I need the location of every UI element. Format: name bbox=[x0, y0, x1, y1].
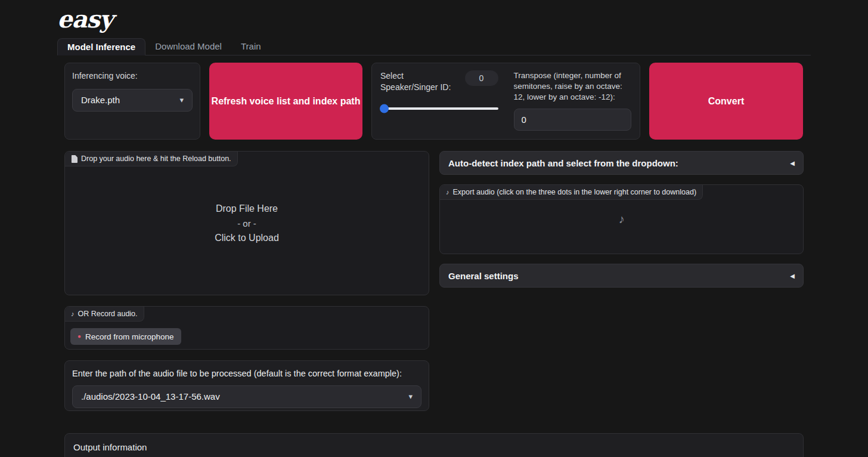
tab-download-model[interactable]: Download Model bbox=[145, 38, 231, 55]
export-audio-player: ♪ Export audio (click on the three dots … bbox=[439, 184, 804, 254]
record-from-microphone-button[interactable]: ● Record from microphone bbox=[70, 328, 181, 345]
audio-path-dropdown[interactable]: ./audios/2023-10-04_13-17-56.wav ▾ bbox=[72, 385, 421, 408]
click-to-upload-text: Click to Upload bbox=[215, 233, 279, 243]
file-icon bbox=[71, 155, 78, 163]
app-logo: easy bbox=[57, 0, 811, 38]
index-path-accordion-label: Auto-detect index path and select from t… bbox=[448, 158, 678, 168]
audio-dropzone[interactable]: Drop your audio here & hit the Reload bu… bbox=[64, 151, 429, 295]
right-column: Auto-detect index path and select from t… bbox=[439, 151, 804, 288]
speaker-id-section: Select Speaker/Singer ID: 0 bbox=[380, 70, 498, 132]
general-settings-accordion[interactable]: General settings ◀ bbox=[439, 264, 804, 288]
convert-button[interactable]: Convert bbox=[649, 63, 803, 140]
record-button-label: Record from microphone bbox=[85, 332, 174, 341]
transpose-label: Transpose (integer, number of semitones,… bbox=[514, 70, 632, 103]
index-path-accordion[interactable]: Auto-detect index path and select from t… bbox=[439, 151, 804, 175]
audio-dropzone-tag-text: Drop your audio here & hit the Reload bu… bbox=[81, 155, 231, 163]
chevron-down-icon: ▾ bbox=[179, 95, 184, 104]
tab-train[interactable]: Train bbox=[231, 38, 271, 55]
transpose-input[interactable] bbox=[514, 109, 632, 131]
record-dot-icon: ● bbox=[78, 334, 81, 339]
left-column: Drop your audio here & hit the Reload bu… bbox=[64, 151, 429, 411]
speaker-transpose-panel: Select Speaker/Singer ID: 0 Transpose (i… bbox=[371, 63, 640, 140]
drop-or-text: - or - bbox=[237, 218, 256, 229]
app-root: easy Model Inference Download Model Trai… bbox=[0, 0, 868, 457]
audio-path-label: Enter the path of the audio file to be p… bbox=[72, 368, 421, 380]
record-audio-panel: ♪ OR Record audio. ● Record from microph… bbox=[64, 306, 429, 350]
drop-file-here-text: Drop File Here bbox=[216, 203, 278, 214]
general-settings-accordion-label: General settings bbox=[448, 271, 519, 281]
export-audio-tag: ♪ Export audio (click on the three dots … bbox=[440, 185, 703, 200]
dropzone-instructions[interactable]: Drop File Here - or - Click to Upload bbox=[65, 152, 429, 295]
audio-dropzone-tag: Drop your audio here & hit the Reload bu… bbox=[65, 152, 238, 166]
speaker-id-slider[interactable] bbox=[380, 104, 498, 113]
refresh-voice-list-button[interactable]: Refresh voice list and index path bbox=[209, 63, 362, 140]
audio-path-panel: Enter the path of the audio file to be p… bbox=[64, 360, 429, 411]
inference-controls-row: Inferencing voice: Drake.pth ▾ Refresh v… bbox=[64, 63, 804, 140]
audio-path-value: ./audios/2023-10-04_13-17-56.wav bbox=[81, 391, 220, 402]
tab-bar: Model Inference Download Model Train bbox=[57, 38, 811, 55]
record-audio-tag-text: OR Record audio. bbox=[78, 310, 138, 318]
accordion-arrow-icon: ◀ bbox=[790, 160, 795, 166]
main-row: Drop your audio here & hit the Reload bu… bbox=[64, 151, 804, 411]
tab-content: Inferencing voice: Drake.pth ▾ Refresh v… bbox=[57, 55, 811, 457]
speaker-id-label: Select Speaker/Singer ID: bbox=[380, 70, 460, 93]
tab-model-inference[interactable]: Model Inference bbox=[57, 38, 145, 55]
chevron-down-icon: ▾ bbox=[408, 392, 413, 401]
output-information-label: Output information bbox=[73, 441, 795, 453]
export-audio-tag-text: Export audio (click on the three dots in… bbox=[453, 188, 697, 196]
record-audio-tag: ♪ OR Record audio. bbox=[65, 307, 144, 322]
inferencing-voice-label: Inferencing voice: bbox=[72, 70, 193, 82]
slider-track bbox=[380, 107, 498, 110]
voice-dropdown-value: Drake.pth bbox=[81, 95, 120, 105]
music-note-icon: ♪ bbox=[71, 310, 75, 317]
slider-handle[interactable] bbox=[380, 104, 389, 113]
music-note-icon: ♪ bbox=[446, 189, 450, 196]
transpose-section: Transpose (integer, number of semitones,… bbox=[514, 70, 632, 132]
inferencing-voice-panel: Inferencing voice: Drake.pth ▾ bbox=[64, 63, 200, 140]
speaker-id-value[interactable]: 0 bbox=[465, 70, 498, 86]
output-information-panel: Output information bbox=[64, 433, 804, 457]
voice-dropdown[interactable]: Drake.pth ▾ bbox=[72, 89, 193, 112]
accordion-arrow-icon: ◀ bbox=[790, 273, 795, 279]
